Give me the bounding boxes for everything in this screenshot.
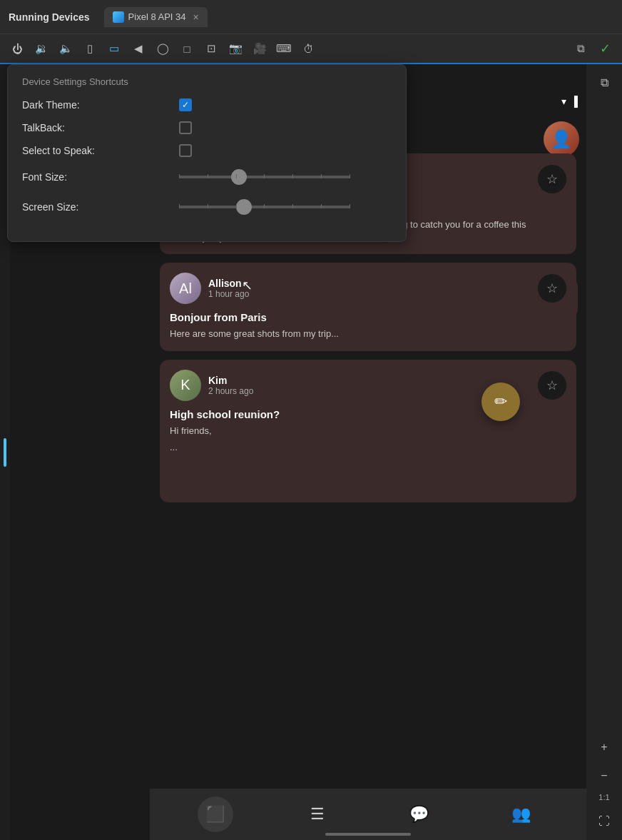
video-icon[interactable]: 🎥 [250,39,270,59]
device-settings-title: Device Settings Shortcuts [22,76,392,87]
wifi-icon: ▾ [561,96,566,107]
volume-down-icon[interactable]: 🔈 [56,39,76,59]
font-size-setting: Font Size: ↖ [22,167,392,187]
zoom-out-button[interactable]: − [593,764,616,787]
checkmark-icon[interactable]: ✓ [595,39,615,59]
device-tab[interactable]: Pixel 8 API 34 × [104,7,208,27]
scroll-indicator [325,833,411,836]
device-settings-panel: Device Settings Shortcuts Dark Theme: ✓ … [7,64,407,242]
keyboard-icon[interactable]: ⌨ [274,39,294,59]
font-size-slider-container [179,167,350,187]
star-button-kim[interactable]: ☆ [538,371,566,400]
star-button-ali[interactable]: ☆ [538,165,566,193]
screenshot-icon[interactable]: ⊡ [201,39,221,59]
email-card-allison[interactable]: Al Allison 1 hour ago ☆ Bonjour from Par… [160,263,576,350]
compose-fab[interactable]: ✏ [528,454,566,492]
rotate-landscape-icon[interactable]: ▭ [104,39,124,59]
toolbar: ⏻ 🔉 🔈 ▯ ▭ ◀ ◯ □ ⊡ 📷 🎥 ⌨ ⏱ ⧉ ✓ [0,34,622,64]
sender-name-allison: Allison [208,278,538,289]
select-to-speak-label: Select to Speak: [22,145,179,156]
left-indicator [4,438,6,467]
status-bar: ▾ ▐ [553,93,586,110]
back-icon[interactable]: ◀ [128,39,148,59]
battery-icon: ▐ [571,96,578,107]
mirror-screen-button[interactable]: ⧉ [593,71,616,94]
dark-theme-setting: Dark Theme: ✓ [22,98,392,111]
chat-icon: 💬 [409,805,429,824]
star-icon-ali: ☆ [546,171,558,187]
screen-size-setting: Screen Size: [22,197,392,217]
screen-size-slider-track [179,206,350,208]
avatar-kim: K [170,370,201,401]
nav-item-chat[interactable]: 💬 [402,796,437,832]
slider-ticks [179,174,350,178]
tab-label: Pixel 8 API 34 [128,11,186,22]
top-bar: Running Devices Pixel 8 API 34 × [0,0,622,34]
screen-size-slider-container [179,197,350,217]
recents-icon[interactable]: □ [177,39,197,59]
power-icon[interactable]: ⏻ [7,39,27,59]
email-preview-kim: Hi friends, [170,425,566,437]
font-size-slider-track [179,176,350,178]
talkback-checkbox[interactable] [179,121,192,134]
nav-item-contacts[interactable]: 👥 [504,796,539,832]
right-sidebar: ⧉ + − 1:1 ⛶ [586,64,622,840]
camera-icon[interactable]: 📷 [225,39,245,59]
sender-time-allison: 1 hour ago [208,289,538,299]
email-ellipsis-kim: ... [170,442,566,452]
select-to-speak-setting: Select to Speak: [22,144,392,157]
fullscreen-button[interactable]: ⛶ [593,810,616,833]
tab-device-icon [113,11,124,23]
inbox-icon: ⬛ [205,805,225,824]
talkback-setting: TalkBack: [22,121,392,134]
screen-size-label: Screen Size: [22,201,179,213]
volume-up-icon[interactable]: 🔉 [31,39,51,59]
dark-theme-checkbox[interactable]: ✓ [179,98,192,111]
nav-item-inbox[interactable]: ⬛ [198,796,233,832]
screen-size-slider-ticks [179,204,350,208]
dark-theme-label: Dark Theme: [22,99,179,111]
select-to-speak-checkbox[interactable] [179,144,192,157]
star-icon-kim: ☆ [546,378,558,393]
email-preview-allison: Here are some great shots from my trip..… [170,328,566,340]
email-card-kim[interactable]: K Kim 2 hours ago ☆ High school reunion?… [160,360,576,502]
compose-icon: ✏ [494,393,507,411]
sender-name-kim: Kim [208,375,538,386]
timer-icon[interactable]: ⏱ [298,39,318,59]
zoom-ratio-label: 1:1 [598,793,609,801]
zoom-in-button[interactable]: + [593,736,616,759]
nav-item-list[interactable]: ☰ [300,796,335,832]
contacts-icon: 👥 [511,805,531,824]
talkback-label: TalkBack: [22,122,179,133]
screen-mirror-icon[interactable]: ⧉ [571,39,591,59]
app-title: Running Devices [9,11,90,23]
list-icon: ☰ [310,805,325,824]
home-icon[interactable]: ◯ [153,39,173,59]
star-button-allison[interactable]: ☆ [538,274,566,303]
font-size-label: Font Size: [22,171,179,183]
email-subject-allison: Bonjour from Paris [170,311,566,323]
star-icon-allison: ☆ [546,280,558,296]
tab-close-button[interactable]: × [193,11,199,23]
rotate-portrait-icon[interactable]: ▯ [80,39,100,59]
avatar-allison: Al [170,273,201,304]
